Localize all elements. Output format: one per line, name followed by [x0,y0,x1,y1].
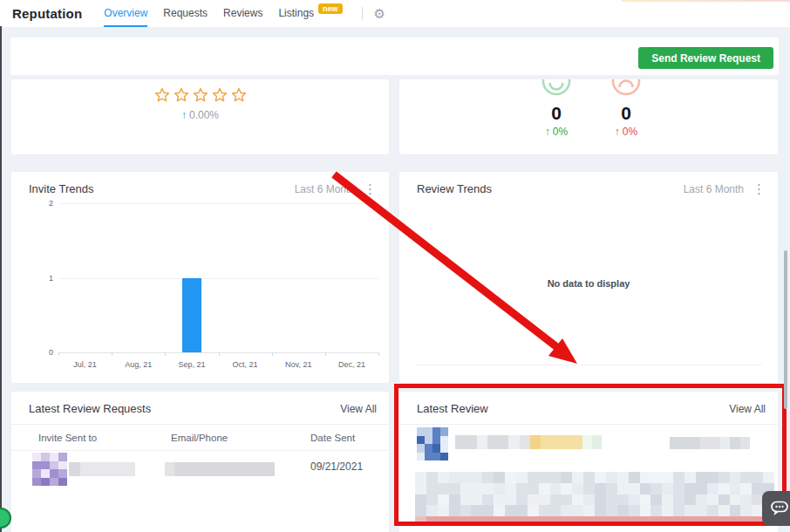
redacted-avatar [417,427,448,460]
bar-slot [272,203,325,352]
rating-change-value: 0.00% [189,109,219,121]
invite-trends-header: Invite Trends Last 6 Month ⋮ [11,172,389,204]
invite-trends-title: Invite Trends [29,182,93,195]
nav-divider [362,7,363,20]
axis-tick [219,352,220,356]
axis-tick [325,352,326,356]
latest-review-panel: Latest Review View All [398,391,779,532]
latest-review-title: Latest Review [417,402,488,415]
x-axis-label: Jul, 21 [58,360,112,369]
overall-rating-card: ↑0.00% [10,78,390,155]
scrollbar-thumb[interactable] [784,250,787,409]
star-icon [193,87,208,102]
redacted-review-text [415,472,774,516]
invite-trends-bars [58,203,378,352]
tab-listings-label: Listings [278,7,314,19]
axis-tick [58,352,59,356]
review-range-selector[interactable]: Last 6 Month [684,183,744,195]
review-trends-header: Review Trends Last 6 Month ⋮ [399,172,778,204]
requests-header: Latest Review Requests View All [11,392,389,425]
column-date-sent: Date Sent [310,433,355,443]
negative-change: ↑0% [595,126,657,138]
requests-table-header: Invite Sent to Email/Phone Date Sent [11,425,389,451]
star-icon [174,87,189,102]
y-axis-tick: 2 [41,199,53,208]
invite-trends-panel: Invite Trends Last 6 Month ⋮ 2 1 0 Jul, … [10,171,390,384]
nav-tabs: Overview Requests Reviews Listings new [96,0,350,27]
chat-bubble-icon [770,500,790,517]
x-axis-label: Sep, 21 [165,360,218,369]
invite-trends-xlabels: Jul, 21Aug, 21Sep, 21Oct, 21Nov, 21Dec, … [58,360,378,369]
positive-change: ↑0% [525,126,588,138]
action-toolbar: Send Review Request [10,38,779,75]
sentiment-card: 0 ↑0% 0 ↑0% [398,78,779,155]
bar-slot [58,203,112,352]
bar-slot [325,203,378,352]
invite-trends-chart: 2 1 0 [58,203,378,353]
bar-slot [112,203,165,352]
new-badge: new [318,3,343,14]
tab-reviews[interactable]: Reviews [223,0,262,27]
requests-title: Latest Review Requests [29,402,151,415]
arrow-up-icon: ↑ [545,126,550,138]
positive-change-value: 0% [553,126,568,138]
tab-overview[interactable]: Overview [104,0,147,27]
review-trends-panel: Review Trends Last 6 Month ⋮ No data to … [398,171,779,384]
window-edge [0,26,2,532]
date-sent-value: 09/21/2021 [310,460,363,473]
review-trends-title: Review Trends [417,182,492,195]
smiley-icon [541,78,572,97]
redacted-review-meta [670,437,750,449]
invite-bar [182,278,201,353]
no-data-message: No data to display [399,278,778,289]
star-icon [154,87,170,102]
rating-change: ↑0.00% [11,109,389,121]
page-title: Reputation [12,6,82,21]
frown-icon [610,78,642,97]
latest-review-header: Latest Review View All [399,392,778,425]
gear-icon[interactable]: ⚙ [374,6,385,22]
tab-requests[interactable]: Requests [163,0,208,27]
chat-widget-button[interactable] [762,491,790,526]
latest-review-requests-panel: Latest Review Requests View All Invite S… [10,391,390,532]
star-rating [11,87,389,103]
redacted-email [165,462,275,476]
y-axis-tick: 0 [41,348,53,357]
empty-axis-line [415,365,762,365]
kebab-menu-icon[interactable]: ⋮ [753,182,766,195]
axis-tick [272,352,273,356]
latest-review-view-all-link[interactable]: View All [729,403,766,415]
x-axis-label: Aug, 21 [112,360,165,369]
x-axis-label: Oct, 21 [219,360,272,369]
redacted-name [69,462,135,476]
bar-slot [165,203,218,352]
banner-edge-gradient [622,0,790,2]
requests-view-all-link[interactable]: View All [340,403,377,415]
send-review-request-button[interactable]: Send Review Request [638,47,773,69]
star-icon [231,87,247,102]
negative-change-value: 0% [623,126,637,138]
redacted-star-rating [530,435,582,449]
arrow-up-icon: ↑ [181,109,187,121]
tab-listings[interactable]: Listings new [278,0,342,27]
star-icon [212,87,228,102]
arrow-up-icon: ↑ [615,126,620,138]
invite-range-selector[interactable]: Last 6 Month [295,183,355,195]
redacted-review-text-highlight [415,516,774,526]
negative-reviews-stat: 0 ↑0% [595,79,657,138]
positive-count: 0 [525,103,588,123]
redacted-reviewer-name [455,435,530,449]
redacted-avatar [32,453,67,486]
kebab-menu-icon[interactable]: ⋮ [364,182,377,195]
axis-tick [378,352,379,356]
column-invite-sent-to: Invite Sent to [38,433,97,443]
bar-slot [219,203,272,352]
axis-tick [112,352,112,356]
axis-tick [165,352,166,356]
y-axis-tick: 1 [41,274,53,283]
x-axis-label: Nov, 21 [272,360,325,369]
redacted-source-badge [582,435,602,449]
negative-count: 0 [595,103,657,123]
column-email-phone: Email/Phone [171,433,228,443]
table-row[interactable]: 09/21/2021 [11,451,389,503]
